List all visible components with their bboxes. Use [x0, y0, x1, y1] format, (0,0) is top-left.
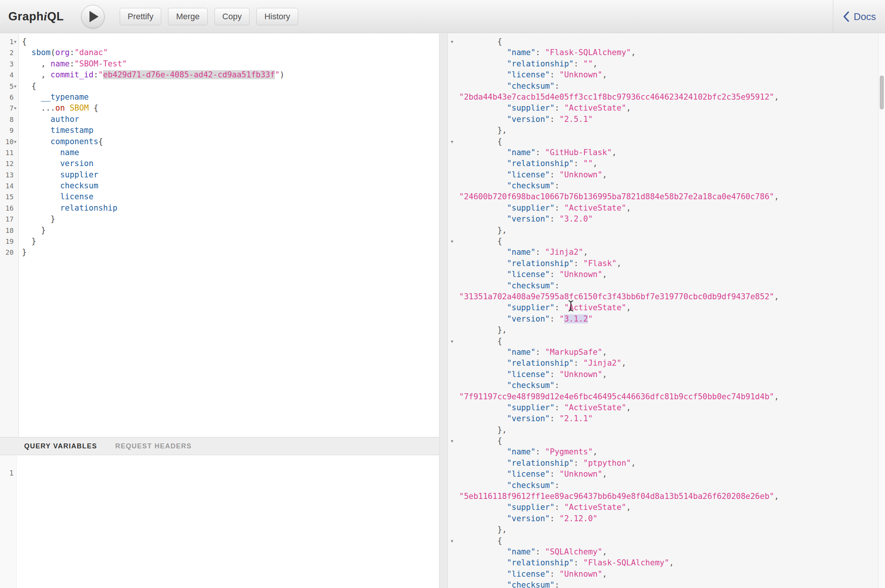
- code-line-text: author: [22, 114, 439, 125]
- code-token: ,: [774, 92, 779, 102]
- response-line[interactable]: "relationship": "ptpython",: [448, 458, 878, 469]
- tab-query-variables[interactable]: QUERY VARIABLES: [24, 442, 97, 450]
- query-line[interactable]: 20}: [0, 247, 439, 258]
- response-line[interactable]: ▾ {: [448, 436, 878, 446]
- response-line[interactable]: "31351a702a408a9e7595a8fc6150fc3f43bb6bf…: [448, 291, 878, 302]
- query-line[interactable]: 7▾ ...on SBOM {: [0, 103, 439, 114]
- response-line[interactable]: "version": "2.1.1": [448, 413, 878, 424]
- response-line[interactable]: "supplier": "ActiveState",: [448, 502, 878, 513]
- fold-arrow-icon[interactable]: ▾: [14, 36, 17, 47]
- query-line[interactable]: 12 version: [0, 158, 439, 169]
- response-line[interactable]: "supplier": "ActiveState",: [448, 203, 878, 214]
- response-line[interactable]: "relationship": "",: [448, 58, 878, 69]
- response-line[interactable]: "supplier": "ActiveState",: [448, 103, 878, 114]
- query-line[interactable]: 16 relationship: [0, 203, 439, 214]
- response-line[interactable]: },: [448, 225, 878, 236]
- fold-arrow-icon[interactable]: ▾: [451, 36, 453, 47]
- response-line[interactable]: ▾ {: [448, 36, 878, 47]
- scrollbar-thumb[interactable]: [880, 75, 884, 109]
- variables-editor[interactable]: 1: [0, 455, 439, 588]
- merge-button[interactable]: Merge: [168, 8, 207, 25]
- execute-query-button[interactable]: [81, 5, 105, 28]
- fold-arrow-icon[interactable]: ▾: [451, 536, 453, 546]
- response-line[interactable]: "license": "Unknown",: [448, 269, 878, 280]
- query-line[interactable]: 6 __typename: [0, 92, 439, 103]
- query-editor[interactable]: 1▾{2 sbom(org:"danac"3 , name:"SBOM-Test…: [0, 34, 439, 437]
- response-line[interactable]: "checksum":: [448, 380, 878, 391]
- query-line[interactable]: 9 timestamp: [0, 125, 439, 136]
- query-line[interactable]: 15 license: [0, 191, 439, 202]
- pane-divider[interactable]: [439, 34, 448, 588]
- response-line[interactable]: "name": "MarkupSafe",: [448, 347, 878, 358]
- response-line[interactable]: "name": "Pygments",: [448, 446, 878, 457]
- response-line[interactable]: "supplier": "ActiveState",: [448, 402, 878, 413]
- fold-arrow-icon[interactable]: ▾: [14, 103, 17, 114]
- prettify-button[interactable]: Prettify: [120, 8, 161, 25]
- response-line[interactable]: "checksum":: [448, 480, 878, 491]
- response-line[interactable]: "checksum":: [448, 81, 878, 92]
- query-line[interactable]: 4 , commit_id:"eb429d71-d76e-4085-ad42-c…: [0, 69, 439, 80]
- response-line[interactable]: "name": "GitHub-Flask",: [448, 147, 878, 158]
- response-line[interactable]: "checksum":: [448, 280, 878, 291]
- fold-arrow-icon[interactable]: ▾: [451, 236, 453, 247]
- response-line[interactable]: },: [448, 425, 878, 436]
- response-line[interactable]: ▾ {: [448, 336, 878, 347]
- fold-arrow-icon[interactable]: ▾: [451, 336, 453, 347]
- response-line[interactable]: ▾ {: [448, 136, 878, 147]
- query-line[interactable]: 17 }: [0, 214, 439, 225]
- fold-arrow-icon[interactable]: ▾: [451, 436, 453, 446]
- copy-button[interactable]: Copy: [214, 8, 250, 25]
- query-line[interactable]: 19 }: [0, 236, 439, 247]
- history-button[interactable]: History: [256, 8, 298, 25]
- response-line[interactable]: "24600b720f698bac10667b76b136995ba7821d8…: [448, 191, 878, 202]
- response-line[interactable]: "version": "3.1.2": [448, 314, 878, 325]
- query-line[interactable]: 5▾ {: [0, 81, 439, 92]
- query-line[interactable]: 3 , name:"SBOM-Test": [0, 58, 439, 69]
- response-line[interactable]: "checksum":: [448, 580, 878, 588]
- fold-arrow-icon[interactable]: ▾: [451, 136, 453, 147]
- query-line[interactable]: 2 sbom(org:"danac": [0, 47, 439, 58]
- response-line[interactable]: "7f91197cc9e48f989d12e4e6fbc46495c446636…: [448, 391, 878, 402]
- fold-arrow-icon[interactable]: ▾: [14, 81, 17, 92]
- code-line-text: {: [22, 81, 439, 92]
- response-line[interactable]: "license": "Unknown",: [448, 369, 878, 380]
- response-line[interactable]: },: [448, 524, 878, 535]
- response-line[interactable]: },: [448, 325, 878, 336]
- response-line[interactable]: "name": "Flask-SQLAlchemy",: [448, 47, 878, 58]
- response-line[interactable]: "version": "2.12.0": [448, 513, 878, 524]
- response-line[interactable]: "license": "Unknown",: [448, 469, 878, 480]
- query-line[interactable]: 18 }: [0, 225, 439, 236]
- response-line[interactable]: "relationship": "Jinja2",: [448, 358, 878, 369]
- response-line[interactable]: "license": "Unknown",: [448, 169, 878, 180]
- fold-arrow-icon[interactable]: ▾: [14, 136, 17, 147]
- response-line[interactable]: "version": "2.5.1": [448, 114, 878, 125]
- response-line[interactable]: ▾ {: [448, 236, 878, 247]
- response-line[interactable]: "2bda44b43e7cacb15d4e05ff3cc1f8bc97936cc…: [448, 92, 878, 103]
- response-line[interactable]: "version": "3.2.0": [448, 214, 878, 225]
- response-line[interactable]: "checksum":: [448, 180, 878, 191]
- query-line[interactable]: 8 author: [0, 114, 439, 125]
- tab-request-headers[interactable]: REQUEST HEADERS: [115, 442, 192, 450]
- response-line[interactable]: "relationship": "Flask-SQLAlchemy",: [448, 557, 878, 568]
- response-line[interactable]: "name": "Jinja2",: [448, 247, 878, 258]
- response-line[interactable]: "relationship": "",: [448, 158, 878, 169]
- scrollbar-track[interactable]: [878, 34, 885, 588]
- query-line[interactable]: 11 name: [0, 147, 439, 158]
- query-line[interactable]: 10▾ components{: [0, 136, 439, 147]
- query-code-area[interactable]: 1▾{2 sbom(org:"danac"3 , name:"SBOM-Test…: [0, 36, 439, 258]
- query-line[interactable]: 1▾{: [0, 36, 439, 47]
- response-line[interactable]: "license": "Unknown",: [448, 69, 878, 80]
- response-line[interactable]: "relationship": "Flask",: [448, 258, 878, 269]
- code-token: "license": [507, 170, 550, 179]
- response-line[interactable]: ▾ {: [448, 536, 878, 546]
- response-line[interactable]: },: [448, 125, 878, 136]
- response-line[interactable]: "5eb116118f9612ff1ee89ac96437bb6b49e8f04…: [448, 491, 878, 502]
- docs-toggle-button[interactable]: Docs: [833, 0, 885, 33]
- response-line[interactable]: "license": "Unknown",: [448, 569, 878, 580]
- query-line[interactable]: 14 checksum: [0, 180, 439, 191]
- result-viewer[interactable]: ▾ { "name": "Flask-SQLAlchemy", "relatio…: [448, 34, 878, 588]
- query-line[interactable]: 13 supplier: [0, 169, 439, 180]
- response-line[interactable]: "supplier": "ActiveState",: [448, 302, 878, 313]
- response-line[interactable]: "name": "SQLAlchemy",: [448, 546, 878, 557]
- code-token: },: [459, 525, 507, 534]
